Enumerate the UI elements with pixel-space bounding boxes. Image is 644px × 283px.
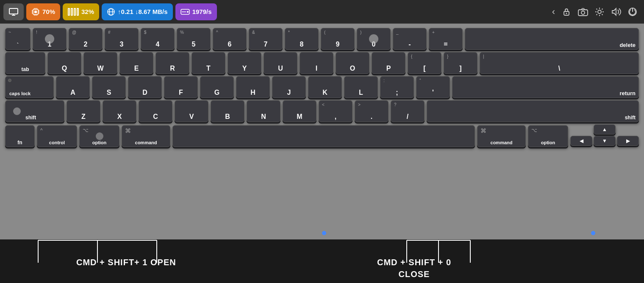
key-option-left[interactable]: ⌥ option — [79, 125, 119, 147]
key-quote[interactable]: " ' — [416, 76, 450, 98]
key-y[interactable]: Y — [228, 52, 261, 74]
key-e[interactable]: E — [119, 52, 153, 74]
key-comma[interactable]: < , — [319, 100, 353, 122]
key-c[interactable]: C — [139, 100, 172, 122]
key-i[interactable]: I — [300, 52, 333, 74]
key-period[interactable]: > . — [355, 100, 389, 122]
annotation-left-text: CMD + SHIFT+ 1 OPEN — [76, 256, 176, 268]
top-bar-left: 70% 32% ↑0.21 ↓8.67 MB/s — [3, 3, 550, 20]
key-6[interactable]: ^ 6 — [213, 28, 247, 50]
key-0[interactable]: ) 0 — [357, 28, 391, 50]
key-z[interactable]: Z — [67, 100, 100, 122]
key-backslash[interactable]: | \ — [480, 52, 639, 74]
key-7[interactable]: & 7 — [249, 28, 283, 50]
disk-button[interactable]: 1979/s — [175, 3, 217, 20]
key-j[interactable]: J — [272, 76, 306, 98]
key-3[interactable]: # 3 — [105, 28, 139, 50]
key-x[interactable]: X — [103, 100, 136, 122]
row-5: fn ^ control ⌥ option ⌘ command ⌘ comman… — [5, 124, 639, 148]
key-1[interactable]: ! 1 — [33, 28, 67, 50]
key-p[interactable]: P — [372, 52, 405, 74]
key-rbracket[interactable]: } ] — [444, 52, 477, 74]
network-label: ↑0.21 ↓8.67 MB/s — [118, 8, 168, 15]
row-4: shift Z X C V B N M < , > . ? / shift — [5, 100, 639, 122]
row-1: ~ ` ! 1 @ 2 # 3 $ 4 % 5 ^ 6 — [5, 28, 639, 50]
key-shift-right[interactable]: shift — [427, 100, 639, 122]
key-option-right[interactable]: ⌥ option — [528, 125, 568, 147]
key-o[interactable]: O — [336, 52, 369, 74]
key-tab[interactable]: tab — [5, 52, 45, 74]
key-slash[interactable]: ? / — [391, 100, 425, 122]
key-return[interactable]: return — [452, 76, 639, 98]
cpu-button[interactable]: 70% — [26, 3, 60, 20]
key-semicolon[interactable]: : ; — [380, 76, 414, 98]
key-f[interactable]: F — [164, 76, 198, 98]
annotation-area: CMD + SHIFT+ 1 OPEN CMD + SHIFT + 0CLOSE — [0, 239, 644, 283]
key-m[interactable]: M — [283, 100, 316, 122]
key-4[interactable]: $ 4 — [141, 28, 175, 50]
cpu-label: 70% — [42, 8, 55, 15]
svg-rect-0 — [9, 8, 18, 14]
volume-icon[interactable] — [611, 7, 621, 16]
svg-point-6 — [187, 11, 189, 13]
key-q[interactable]: Q — [47, 52, 81, 74]
key-r[interactable]: R — [155, 52, 189, 74]
ram-button[interactable]: 32% — [63, 3, 99, 20]
key-h[interactable]: H — [236, 76, 270, 98]
key-a[interactable]: A — [56, 76, 90, 98]
key-delete[interactable]: delete — [465, 28, 639, 50]
key-s[interactable]: S — [92, 76, 126, 98]
top-bar: 70% 32% ↑0.21 ↓8.67 MB/s — [0, 0, 644, 24]
key-control[interactable]: ^ control — [37, 125, 77, 147]
key-t[interactable]: T — [192, 52, 225, 74]
ram-icon — [68, 8, 79, 16]
camera-icon[interactable] — [578, 8, 588, 16]
dot-left — [322, 231, 326, 235]
key-arrow-up[interactable]: ▲ — [594, 124, 616, 135]
key-v[interactable]: V — [175, 100, 208, 122]
key-9[interactable]: ( 9 — [321, 28, 355, 50]
key-capslock[interactable]: caps lock — [5, 76, 54, 98]
key-shift-left[interactable]: shift — [5, 100, 64, 122]
svg-point-10 — [581, 11, 585, 14]
key-u[interactable]: U — [264, 52, 297, 74]
key-8[interactable]: * 8 — [285, 28, 319, 50]
svg-point-8 — [566, 13, 567, 14]
brightness-icon[interactable] — [595, 7, 604, 16]
key-equals[interactable]: + = — [429, 28, 463, 50]
network-button[interactable]: ↑0.21 ↓8.67 MB/s — [102, 3, 173, 20]
annotation-right-text: CMD + SHIFT + 0CLOSE — [377, 256, 451, 280]
key-g[interactable]: G — [200, 76, 234, 98]
key-arrow-down[interactable]: ▼ — [594, 136, 616, 146]
key-w[interactable]: W — [83, 52, 117, 74]
row-2: tab Q W E R T Y U I O P { [ } ] | \ — [5, 52, 639, 74]
key-5[interactable]: % 5 — [177, 28, 211, 50]
key-k[interactable]: K — [308, 76, 342, 98]
top-bar-right: ‹ — [552, 6, 641, 17]
svg-rect-2 — [34, 11, 37, 13]
key-backtick[interactable]: ~ ` — [5, 28, 31, 50]
key-fn[interactable]: fn — [5, 125, 35, 147]
key-n[interactable]: N — [247, 100, 280, 122]
key-d[interactable]: D — [128, 76, 162, 98]
key-command-left[interactable]: ⌘ command — [122, 125, 170, 147]
key-arrow-left[interactable]: ◀ — [570, 136, 592, 146]
key-command-right[interactable]: ⌘ command — [477, 125, 526, 147]
key-2[interactable]: @ 2 — [69, 28, 103, 50]
arrow-keys: ▲ ◀ ▼ ▶ — [570, 124, 639, 148]
power-icon[interactable] — [628, 7, 637, 16]
key-arrow-right[interactable]: ▶ — [617, 136, 639, 146]
key-l[interactable]: L — [344, 76, 378, 98]
chevron-left-icon[interactable]: ‹ — [552, 6, 555, 17]
key-b[interactable]: B — [211, 100, 244, 122]
key-space[interactable] — [172, 125, 475, 147]
ram-label: 32% — [81, 8, 94, 15]
key-minus[interactable]: _ - — [393, 28, 427, 50]
annotation-left: CMD + SHIFT+ 1 OPEN — [76, 256, 176, 268]
annotation-right: CMD + SHIFT + 0CLOSE — [377, 256, 451, 280]
disk-label: 1979/s — [192, 8, 212, 15]
dot-right — [591, 231, 595, 235]
lock-icon[interactable] — [562, 7, 571, 16]
monitor-button[interactable] — [3, 3, 24, 20]
key-lbracket[interactable]: { [ — [408, 52, 441, 74]
